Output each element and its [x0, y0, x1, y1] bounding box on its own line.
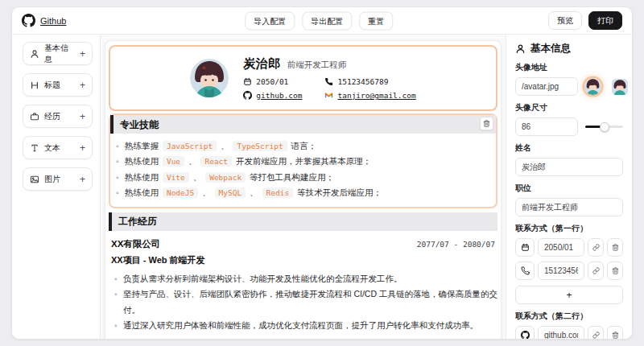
- skill-bullet: 熟练使用 NodeJS 、 MySQL 、 Redis 等技术开发后端应用；: [125, 185, 496, 200]
- config-actions: 导入配置 导出配置 重置: [245, 11, 393, 30]
- sidebar-item-label: 标题: [44, 80, 60, 91]
- calendar-icon: [243, 77, 252, 86]
- avatar-shape-circle-option[interactable]: [584, 78, 601, 95]
- phone-icon-button[interactable]: [515, 262, 535, 280]
- avatar-shape-square-option[interactable]: [612, 79, 628, 95]
- sidebar-item-label: 图片: [44, 174, 60, 185]
- github-icon: [521, 331, 530, 339]
- job-input[interactable]: [515, 198, 623, 216]
- phone-icon: [521, 266, 530, 275]
- github-icon-button[interactable]: [515, 326, 535, 339]
- email-link[interactable]: tanjiro@gmail.com: [337, 91, 415, 100]
- github-link[interactable]: Github: [40, 16, 66, 26]
- work-bullet: 通过深入研究用户体验和前端性能，成功优化支付流程页面，提升了用户转化率和支付成功…: [123, 318, 497, 333]
- avatar: [190, 59, 229, 97]
- brand[interactable]: Github: [22, 14, 66, 27]
- code-chip: NodeJS: [163, 187, 198, 198]
- trash-icon: [612, 267, 619, 274]
- skill-bullet: 熟练使用 Vue 、 React 开发前端应用，并掌握其基本原理；: [125, 154, 496, 169]
- resume-basic-info-block[interactable]: 炭治郎 前端开发工程师 2050/01 15123456789: [109, 45, 497, 111]
- contact-github: github.com: [243, 91, 302, 100]
- contact-phone: 15123456789: [324, 77, 415, 86]
- contact-row1-label: 联系方式（第一行）: [515, 223, 623, 234]
- github-url-link[interactable]: github.com: [256, 91, 302, 100]
- sidebar-item-experience[interactable]: 经历 +: [23, 105, 93, 128]
- phone-icon: [324, 77, 333, 86]
- job-label: 职位: [515, 183, 623, 194]
- avatar-url-input[interactable]: [515, 77, 578, 96]
- slider-thumb[interactable]: [600, 122, 609, 132]
- code-chip: React: [200, 156, 232, 167]
- name-label: 姓名: [515, 142, 623, 154]
- skills-list: 熟练掌握 JavaScript 、 TypeScript 语言； 熟练使用 Vu…: [110, 138, 496, 201]
- component-sidebar: 基本信息 + 标题 + 经历 + 文本 + 图片 +: [12, 35, 100, 339]
- trash-icon: [612, 244, 619, 251]
- delete-contact-button[interactable]: [607, 326, 623, 339]
- contact-row2-label: 联系方式（第二行）: [515, 311, 623, 322]
- print-button[interactable]: 打印: [588, 11, 622, 30]
- skills-section[interactable]: 专业技能 熟练掌握 JavaScript 、 TypeScript 语言； 熟练…: [109, 113, 497, 208]
- sidebar-item-label: 经历: [44, 111, 60, 122]
- section-title: 工作经历: [109, 212, 497, 231]
- sidebar-item-basic-info[interactable]: 基本信息 +: [23, 42, 93, 65]
- panel-header: 基本信息: [515, 42, 623, 56]
- contact-email: tanjiro@gmail.com: [324, 91, 415, 100]
- resume-name: 炭治郎: [243, 56, 281, 72]
- delete-section-button[interactable]: [480, 117, 493, 130]
- contact-value-input[interactable]: [538, 262, 584, 280]
- add-component-icon[interactable]: +: [80, 80, 85, 91]
- sidebar-item-text[interactable]: 文本 +: [23, 136, 93, 159]
- sidebar-item-heading[interactable]: 标题 +: [23, 73, 93, 97]
- skill-bullet: 熟练掌握 JavaScript 、 TypeScript 语言；: [125, 138, 496, 154]
- add-component-icon[interactable]: +: [80, 142, 85, 154]
- code-chip: Redis: [262, 187, 294, 198]
- work-period: 2077/07 - 2080/07: [417, 240, 495, 249]
- image-icon: [30, 175, 39, 184]
- delete-contact-button[interactable]: [607, 238, 623, 257]
- add-component-icon[interactable]: +: [80, 111, 85, 122]
- panel-title: 基本信息: [530, 42, 571, 56]
- export-config-button[interactable]: 导出配置: [302, 11, 352, 30]
- github-icon: [243, 91, 252, 100]
- add-component-icon[interactable]: +: [80, 174, 85, 185]
- avatar-size-slider[interactable]: [585, 126, 623, 128]
- code-chip: Webpack: [205, 172, 246, 183]
- output-actions: 预览 打印: [548, 11, 622, 30]
- preview-button[interactable]: 预览: [548, 11, 582, 30]
- delete-contact-button[interactable]: [607, 262, 623, 280]
- trash-icon: [612, 332, 619, 339]
- skill-bullet: 熟练使用 Vite 、 Webpack 等打包工具构建应用；: [125, 170, 496, 185]
- code-chip: Vite: [163, 172, 189, 183]
- github-icon: [22, 14, 35, 27]
- resume-page: 炭治郎 前端开发工程师 2050/01 15123456789: [105, 40, 502, 339]
- calendar-icon-button[interactable]: [515, 238, 535, 257]
- work-section[interactable]: 工作经历 XX有限公司 2077/07 - 2080/07 XX项目 - Web…: [109, 212, 497, 334]
- briefcase-icon: [30, 112, 39, 122]
- sidebar-item-image[interactable]: 图片 +: [23, 167, 93, 191]
- reset-button[interactable]: 重置: [359, 11, 393, 30]
- contact-value-input[interactable]: [538, 238, 584, 257]
- code-chip: MySQL: [215, 187, 246, 198]
- link-button[interactable]: [588, 238, 604, 257]
- gmail-icon: [324, 91, 333, 100]
- work-bullet: 坚持与产品、设计、后端团队紧密协作，推动敏捷开发流程和 CI/CD 工具链的落地…: [123, 286, 497, 318]
- contact-field-row: [515, 262, 623, 280]
- work-list: 负责从需求分析到前端架构设计、功能开发及性能优化的全流程开发工作。 坚持与产品、…: [109, 271, 497, 334]
- sidebar-item-label: 文本: [44, 142, 60, 154]
- link-button[interactable]: [588, 262, 604, 280]
- project-title: XX项目 - Web 前端开发: [111, 254, 495, 266]
- code-chip: Vue: [163, 156, 184, 167]
- import-config-button[interactable]: 导入配置: [245, 11, 295, 30]
- heading-icon: [30, 80, 39, 90]
- company-name: XX有限公司: [111, 238, 160, 250]
- name-input[interactable]: [515, 158, 623, 176]
- link-button[interactable]: [588, 326, 604, 339]
- add-component-icon[interactable]: +: [80, 48, 85, 60]
- link-icon: [592, 332, 600, 339]
- link-icon: [592, 267, 600, 274]
- main-area: 基本信息 + 标题 + 经历 + 文本 + 图片 +: [12, 35, 632, 339]
- avatar-size-input[interactable]: [515, 117, 578, 136]
- contact-value-input[interactable]: [538, 326, 584, 339]
- topbar: Github 导入配置 导出配置 重置 预览 打印: [12, 7, 632, 35]
- add-contact-button[interactable]: +: [515, 286, 623, 304]
